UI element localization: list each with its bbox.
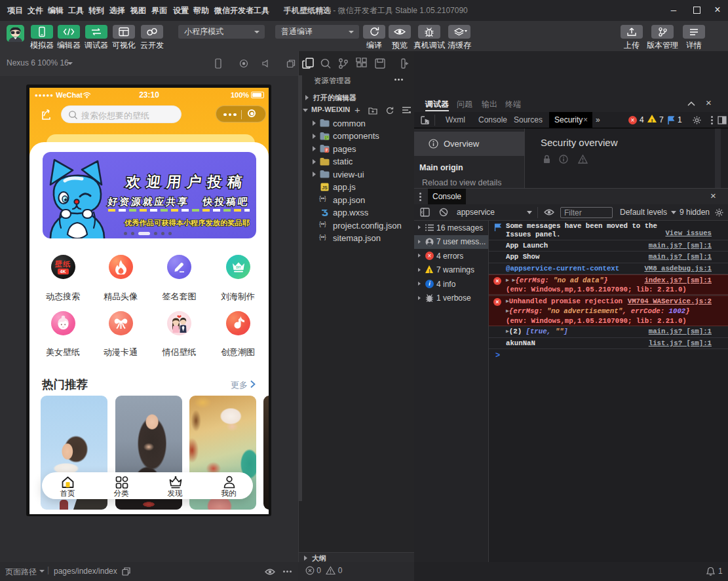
svg-text:JS: JS [322, 185, 328, 189]
svg-text:欢迎用户投稿: 欢迎用户投稿 [125, 174, 249, 190]
svg-text:DIY: DIY [236, 266, 241, 269]
svg-text:优秀作品可获得本小程序发放的奖品耶: 优秀作品可获得本小程序发放的奖品耶 [124, 219, 250, 227]
svg-text:好资源就应共享 快投稿吧: 好资源就应共享 快投稿吧 [107, 196, 250, 207]
